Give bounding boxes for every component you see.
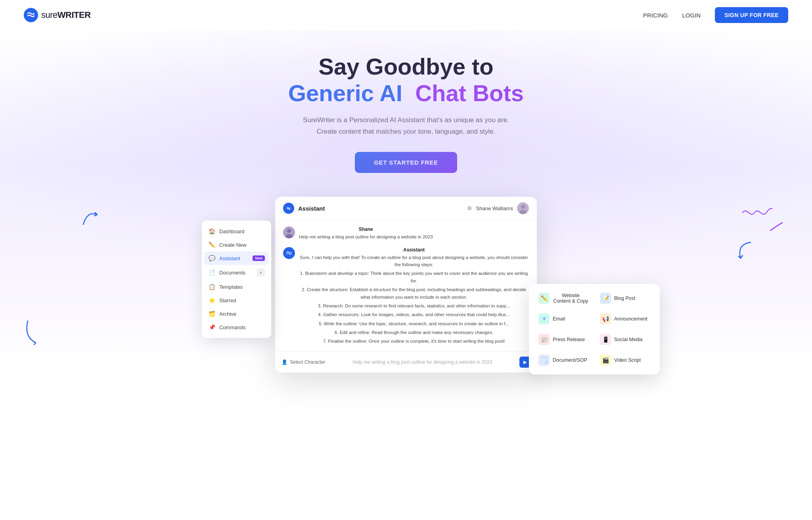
chat-area: Shane Help me writing a blog post outlin… (275, 220, 537, 351)
email-icon: 📧 (538, 313, 550, 324)
popup-label-social-media: Social Media (614, 337, 643, 342)
popup-label-video-script: Video Script (614, 357, 641, 363)
sidebar-item-create-new[interactable]: ✏️ Create New (202, 238, 271, 251)
signup-button[interactable]: SIGN UP FOR FREE (715, 7, 788, 23)
sidebar-item-label-starred: Starred (219, 297, 236, 303)
login-link[interactable]: LOGIN (682, 12, 701, 19)
navbar: sureWRITER PRICING LOGIN SIGN UP FOR FRE… (0, 0, 812, 30)
deco-arrow-right (725, 236, 756, 268)
popup-label-email: Email (553, 316, 565, 322)
popup-item-video-script[interactable]: 🎬 Video Script (595, 351, 655, 370)
logo: sureWRITER (24, 8, 91, 22)
sidebar-item-label-documents: Documents (219, 270, 245, 276)
select-character-label: Select Character (290, 359, 325, 365)
assistant-message: Assistant Sure, I can help you with that… (283, 247, 529, 345)
sidebar-item-dashboard[interactable]: 🏠 Dashboard (202, 225, 271, 238)
sidebar-item-label-dashboard: Dashboard (219, 228, 245, 234)
cta-button[interactable]: GET STARTED FREE (355, 152, 457, 173)
hero-subtitle: SureWriter is a Personalized AI Assistan… (8, 115, 804, 138)
user-message-content: Shane Help me writing a blog post outlin… (299, 226, 433, 240)
popup-label-blog-post: Blog Post (614, 295, 636, 301)
new-badge: New (253, 255, 265, 261)
assistant-message-name: Assistant (299, 247, 529, 253)
hero-title-blue: Generic AI (288, 80, 402, 106)
create-new-icon: ✏️ (208, 242, 215, 248)
hero-section: Say Goodbye to Generic AI Chat Bots Sure… (0, 30, 812, 372)
assistant-message-text: Sure, I can help you with that! To creat… (299, 254, 529, 345)
sidebar-item-documents[interactable]: 📄 Documents + (202, 265, 271, 280)
deco-slash (768, 221, 784, 232)
app-logo-small (283, 203, 294, 214)
blog-post-icon: 📝 (600, 293, 611, 304)
templates-icon: 📋 (208, 284, 215, 290)
sidebar-item-commands[interactable]: 📌 Commands (202, 320, 271, 334)
commands-icon: 📌 (208, 324, 215, 330)
popup-item-announcement[interactable]: 📢 Announcement (595, 309, 655, 328)
assistant-message-content: Assistant Sure, I can help you with that… (299, 247, 529, 345)
app-header: Assistant ⚙ Shane Walliams (275, 197, 537, 220)
chat-input[interactable]: Help me writing a blog post outline for … (329, 359, 515, 365)
svg-point-5 (287, 229, 291, 233)
sidebar-item-label-templates: Templates (219, 284, 243, 290)
popup-label-website-content: Website Content & Copy (553, 293, 589, 304)
sidebar-item-label-assistant: Assistant (219, 255, 240, 261)
announcement-icon: 📢 (600, 313, 611, 324)
logo-icon (24, 8, 38, 22)
deco-squiggle-right (741, 205, 772, 221)
sidebar-item-label-archive: Archive (219, 311, 236, 317)
archive-icon: 🗂️ (208, 311, 215, 317)
preview-area: 🏠 Dashboard ✏️ Create New 💬 Assistant Ne… (8, 197, 804, 372)
documents-icon: 📄 (208, 269, 215, 276)
assistant-icon: 💬 (208, 255, 215, 261)
user-name: Shane Walliams (476, 205, 513, 211)
social-media-icon: 📱 (600, 334, 611, 345)
svg-point-2 (521, 205, 525, 209)
app-footer: 👤 Select Character Help me writing a blo… (275, 351, 537, 372)
sidebar-item-assistant[interactable]: 💬 Assistant New (204, 251, 269, 265)
hero-title-line2: Generic AI Chat Bots (8, 79, 804, 107)
video-script-icon: 🎬 (600, 355, 611, 366)
nav-links: PRICING LOGIN SIGN UP FOR FREE (643, 7, 788, 23)
user-message-name: Shane (299, 226, 433, 232)
sidebar-item-starred[interactable]: ⭐ Starred (202, 294, 271, 307)
user-avatar-chat (283, 226, 295, 238)
starred-icon: ⭐ (208, 297, 215, 303)
popup-label-press-release: Press Release (553, 337, 585, 342)
hero-title-line1: Say Goodbye to (8, 54, 804, 79)
app-window: 🏠 Dashboard ✏️ Create New 💬 Assistant Ne… (275, 197, 537, 372)
settings-icon[interactable]: ⚙ (467, 205, 472, 211)
user-message-text: Help me writing a blog post outline for … (299, 233, 433, 240)
popup-item-website-content[interactable]: ✏️ Website Content & Copy (534, 289, 594, 308)
popup-item-social-media[interactable]: 📱 Social Media (595, 330, 655, 349)
pricing-link[interactable]: PRICING (643, 12, 668, 19)
popup-label-announcement: Announcement (614, 316, 647, 322)
select-character-button[interactable]: 👤 Select Character (282, 359, 325, 365)
sidebar-item-templates[interactable]: 📋 Templates (202, 280, 271, 294)
logo-text: sureWRITER (41, 10, 91, 20)
add-document-button[interactable]: + (257, 269, 265, 276)
popup-item-blog-post[interactable]: 📝 Blog Post (595, 289, 655, 308)
sidebar-panel: 🏠 Dashboard ✏️ Create New 💬 Assistant Ne… (202, 221, 271, 338)
sidebar-item-label-create-new: Create New (219, 242, 247, 248)
app-header-left: Assistant (283, 203, 325, 214)
person-icon: 👤 (282, 359, 287, 365)
hero-title-purple: Chat Bots (415, 80, 524, 106)
svg-point-0 (24, 8, 38, 22)
popup-menu: ✏️ Website Content & Copy 📝 Blog Post 📧 … (529, 284, 660, 374)
user-avatar (517, 202, 529, 214)
popup-item-document-sop[interactable]: 🗒️ Document/SOP (534, 351, 594, 370)
deco-arrow-bottom (20, 317, 48, 349)
assistant-avatar-chat (283, 247, 295, 259)
popup-item-email[interactable]: 📧 Email (534, 309, 594, 328)
deco-arrow-left (79, 209, 103, 228)
popup-item-press-release[interactable]: 📰 Press Release (534, 330, 594, 349)
popup-label-document-sop: Document/SOP (553, 357, 587, 363)
sidebar-item-label-commands: Commands (219, 324, 245, 330)
website-content-icon: ✏️ (538, 293, 550, 304)
press-release-icon: 📰 (538, 334, 550, 345)
document-sop-icon: 🗒️ (538, 355, 550, 366)
app-header-right: ⚙ Shane Walliams (467, 202, 529, 214)
app-window-title: Assistant (298, 205, 325, 212)
sidebar-item-archive[interactable]: 🗂️ Archive (202, 307, 271, 320)
user-message: Shane Help me writing a blog post outlin… (283, 226, 529, 240)
